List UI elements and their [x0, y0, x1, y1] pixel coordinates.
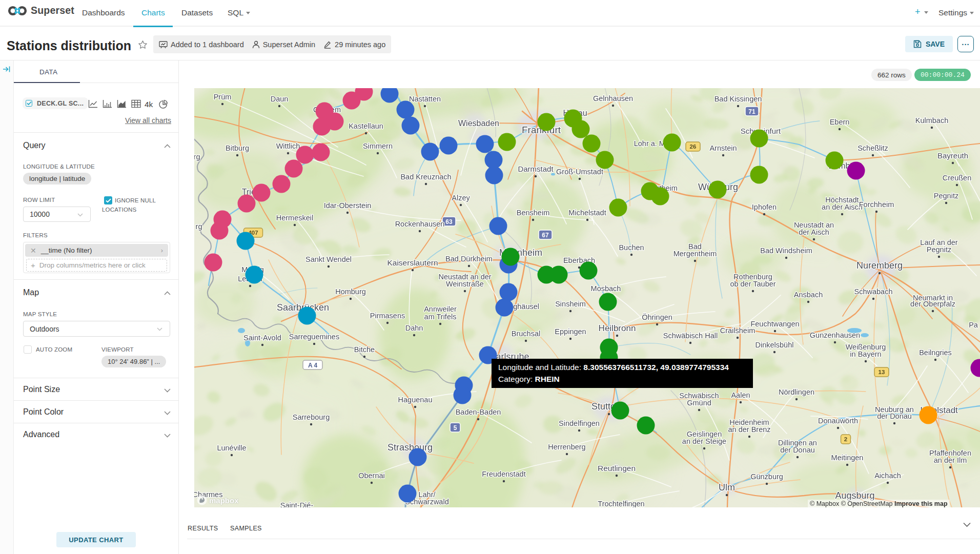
svg-text:Schwabach: Schwabach: [854, 288, 893, 296]
svg-text:der Donau: der Donau: [780, 446, 815, 454]
svg-text:Reutlingen: Reutlingen: [598, 464, 636, 473]
svg-text:Iphofen: Iphofen: [752, 203, 777, 211]
svg-text:Donauwörth: Donauwörth: [818, 417, 858, 425]
svg-text:Bad Dürkheim: Bad Dürkheim: [445, 255, 493, 263]
svg-text:26: 26: [690, 143, 697, 150]
svg-text:Bad Windsheim: Bad Windsheim: [760, 247, 812, 255]
svg-text:Dahn: Dahn: [405, 324, 423, 332]
svg-text:Pa: Pa: [969, 321, 978, 329]
svg-text:Pegnitz: Pegnitz: [927, 245, 951, 254]
svg-text:Scheßlitz: Scheßlitz: [858, 144, 888, 152]
svg-text:Aalen: Aalen: [731, 391, 750, 399]
svg-text:der Donau: der Donau: [877, 412, 912, 420]
svg-text:der Aisch: der Aisch: [799, 228, 829, 236]
svg-text:Bensheim: Bensheim: [517, 209, 549, 217]
svg-text:Beilngries: Beilngries: [919, 348, 952, 357]
svg-text:Buchen: Buchen: [619, 243, 644, 252]
svg-text:Wittlich: Wittlich: [276, 142, 300, 150]
svg-text:Dinkelsbühl: Dinkelsbühl: [756, 341, 794, 349]
svg-text:Ulm: Ulm: [719, 482, 735, 493]
svg-text:an der Aisch: an der Aisch: [822, 203, 863, 211]
svg-text:Bruchsal: Bruchsal: [512, 330, 540, 338]
svg-text:Lunéville: Lunéville: [217, 444, 246, 452]
svg-text:Groß-Umstadt: Groß-Umstadt: [556, 168, 603, 176]
svg-text:Obernai: Obernai: [358, 471, 385, 480]
svg-text:A 4: A 4: [308, 362, 318, 369]
svg-text:Bad Kreuznach: Bad Kreuznach: [400, 173, 451, 181]
svg-text:13: 13: [879, 369, 885, 375]
svg-text:63: 63: [445, 218, 453, 225]
svg-text:rg: rg: [194, 153, 200, 161]
svg-text:Öhringen: Öhringen: [642, 313, 672, 321]
svg-text:Arnstein: Arnstein: [709, 144, 737, 152]
svg-text:Heilbronn: Heilbronn: [599, 323, 636, 333]
svg-text:Meitingen: Meitingen: [831, 454, 864, 462]
svg-text:Hermeskeil: Hermeskeil: [276, 214, 314, 222]
svg-text:71: 71: [748, 108, 756, 115]
svg-text:Idar-Oberstein: Idar-Oberstein: [324, 201, 372, 210]
svg-text:Bayreuth: Bayreuth: [937, 151, 968, 160]
svg-text:Haguenau: Haguenau: [398, 396, 433, 404]
svg-text:Augsburg: Augsburg: [835, 490, 874, 501]
svg-text:Baden-Baden: Baden-Baden: [456, 408, 501, 416]
svg-text:Pirmasens: Pirmasens: [370, 312, 405, 320]
svg-text:an der Steige: an der Steige: [682, 437, 726, 445]
svg-text:Daun: Daun: [271, 95, 289, 103]
svg-text:Mergentheim: Mergentheim: [673, 250, 717, 258]
svg-text:am Trifels: am Trifels: [424, 313, 457, 321]
svg-text:Bitche: Bitche: [354, 345, 375, 354]
svg-text:Nastätten: Nastätten: [409, 95, 441, 103]
svg-text:Sinsheim: Sinsheim: [555, 300, 586, 308]
svg-text:Aichach: Aichach: [874, 471, 901, 480]
svg-text:rg: rg: [196, 222, 202, 231]
svg-text:Ebern: Ebern: [830, 118, 850, 126]
svg-text:Alzey: Alzey: [452, 194, 470, 202]
svg-text:Feuchtwangen: Feuchtwangen: [750, 320, 799, 328]
svg-text:Freudenstadt: Freudenstadt: [482, 470, 525, 478]
svg-text:an der Brenz: an der Brenz: [728, 425, 770, 434]
svg-text:5: 5: [454, 424, 457, 432]
svg-text:Sankt Wendel: Sankt Wendel: [305, 255, 352, 263]
svg-text:Creußen: Creußen: [943, 174, 971, 182]
svg-text:Wiesbaden: Wiesbaden: [458, 119, 499, 128]
svg-text:an der Ilm: an der Ilm: [934, 456, 967, 464]
svg-text:Nuremberg: Nuremberg: [856, 260, 903, 271]
svg-text:Gunzenhausen: Gunzenhausen: [810, 331, 860, 339]
svg-text:Mosbach: Mosbach: [591, 284, 621, 293]
svg-text:Sarreguemines: Sarreguemines: [289, 333, 339, 341]
svg-text:Eppingen: Eppingen: [555, 327, 586, 336]
svg-text:Kulmbach: Kulmbach: [915, 116, 948, 125]
svg-text:Weinstraße: Weinstraße: [446, 280, 484, 288]
svg-text:Crailsheim: Crailsheim: [720, 326, 756, 335]
svg-text:Saint-Dié-: Saint-Dié-: [280, 501, 314, 507]
svg-text:2: 2: [844, 436, 847, 442]
svg-text:Prüm: Prüm: [214, 93, 232, 101]
svg-text:Trochtelfingen: Trochtelfingen: [598, 500, 644, 507]
svg-text:Kaiserslautern: Kaiserslautern: [387, 258, 438, 267]
svg-text:67: 67: [542, 232, 549, 239]
svg-text:Kastellaun: Kastellaun: [349, 122, 383, 130]
svg-text:Günzburg: Günzburg: [750, 473, 783, 481]
svg-text:Saint-Avold: Saint-Avold: [243, 334, 281, 342]
svg-text:Darmstadt: Darmstadt: [518, 165, 554, 173]
svg-text:Annweiler: Annweiler: [424, 305, 457, 313]
svg-text:Sindelfingen: Sindelfingen: [559, 419, 600, 427]
svg-text:Herrenberg: Herrenberg: [548, 443, 585, 451]
svg-text:Schwäbisch Hall: Schwäbisch Hall: [663, 332, 718, 340]
svg-text:Nördlingen: Nördlingen: [779, 388, 814, 396]
svg-text:Homburg: Homburg: [335, 288, 366, 296]
svg-text:Strasbourg: Strasbourg: [387, 442, 433, 453]
svg-text:Ansbach: Ansbach: [794, 291, 823, 299]
svg-text:Michelstadt: Michelstadt: [568, 209, 606, 217]
svg-text:Gmünd: Gmünd: [687, 399, 711, 407]
svg-text:Forchheim: Forchheim: [859, 200, 894, 209]
svg-text:Sarrebourg: Sarrebourg: [293, 413, 330, 421]
svg-text:Pegnitz: Pegnitz: [934, 192, 958, 200]
svg-text:Simmern: Simmern: [363, 142, 393, 150]
svg-text:Rockenhausen: Rockenhausen: [395, 220, 445, 228]
svg-text:ob der Tauber: ob der Tauber: [730, 280, 775, 288]
svg-text:Bad Kissingen: Bad Kissingen: [714, 95, 762, 103]
svg-text:in Bayern: in Bayern: [850, 350, 881, 358]
svg-text:Gelnhausen: Gelnhausen: [593, 94, 633, 102]
svg-text:der Oberpfalz: der Oberpfalz: [910, 300, 955, 308]
